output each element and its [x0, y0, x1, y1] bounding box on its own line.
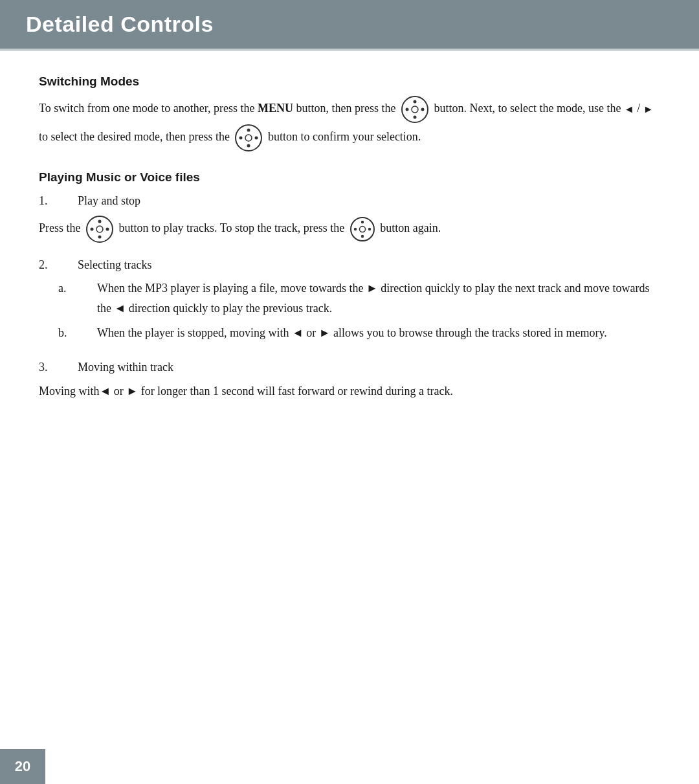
play-stop-text-3: button again. — [380, 221, 441, 234]
svg-point-19 — [359, 226, 365, 232]
playing-music-section: Playing Music or Voice files 1. Play and… — [39, 170, 660, 401]
list-item-3: 3. Moving within track — [39, 357, 660, 377]
switching-modes-title: Switching Modes — [39, 74, 660, 89]
list-item-1: 1. Play and stop — [39, 191, 660, 211]
switching-text-2: button, then press the — [293, 102, 399, 115]
circle-button-icon-3 — [85, 215, 114, 243]
svg-point-7 — [245, 135, 252, 141]
switching-modes-paragraph: To switch from one mode to another, pres… — [39, 95, 660, 152]
item-a-letter: a. — [58, 278, 97, 318]
svg-point-3 — [413, 116, 416, 119]
page-header: Detailed Controls — [0, 0, 699, 49]
list-item-a: a. When the MP3 player is playing a file… — [39, 278, 660, 318]
svg-point-16 — [91, 227, 94, 230]
list-item-b: b. When the player is stopped, moving wi… — [39, 323, 660, 343]
slash-text: / — [637, 102, 643, 115]
circle-button-icon-4 — [350, 216, 375, 242]
page-number-box: 20 — [0, 749, 45, 784]
svg-point-17 — [106, 227, 109, 230]
page-title: Detailed Controls — [26, 12, 673, 37]
item-1-number: 1. — [39, 191, 78, 211]
page-content: Switching Modes To switch from one mode … — [0, 51, 699, 458]
svg-point-21 — [361, 234, 364, 237]
item-2-number: 2. — [39, 255, 78, 275]
right-arrow-1: ► — [643, 100, 654, 118]
svg-point-22 — [354, 227, 357, 230]
svg-point-14 — [98, 219, 102, 223]
switching-text-3: button. Next, to select the mode, use th… — [434, 102, 623, 115]
moving-paragraph: Moving with◄ or ► for longer than 1 seco… — [39, 381, 660, 401]
playing-music-title: Playing Music or Voice files — [39, 170, 660, 185]
switching-text-5: to select the desired mode, then press t… — [39, 130, 232, 143]
svg-point-20 — [361, 220, 364, 223]
switching-modes-section: Switching Modes To switch from one mode … — [39, 74, 660, 152]
item-3-text: Moving within track — [78, 357, 173, 377]
item-1-text: Play and stop — [78, 191, 140, 211]
svg-point-8 — [247, 129, 250, 132]
svg-point-2 — [413, 100, 416, 104]
circle-button-icon-1 — [401, 95, 429, 124]
play-stop-paragraph: Press the button to play tracks. To stop… — [39, 215, 660, 243]
svg-point-23 — [368, 227, 371, 230]
play-stop-text-2: button to play tracks. To stop the track… — [119, 221, 348, 234]
svg-point-9 — [247, 144, 250, 148]
svg-point-13 — [96, 226, 103, 232]
svg-point-15 — [98, 235, 102, 238]
switching-text-1: To switch from one mode to another, pres… — [39, 102, 258, 115]
svg-point-1 — [412, 106, 418, 113]
page-number: 20 — [15, 758, 30, 775]
svg-point-11 — [255, 137, 258, 140]
left-arrow-1: ◄ — [624, 100, 634, 118]
svg-point-4 — [405, 108, 408, 111]
switching-text-6: button to confirm your selection. — [268, 130, 421, 143]
item-b-letter: b. — [58, 323, 97, 343]
list-item-2: 2. Selecting tracks — [39, 255, 660, 275]
play-stop-text-1: Press the — [39, 221, 83, 234]
item-b-text: When the player is stopped, moving with … — [97, 323, 660, 343]
item-3-number: 3. — [39, 357, 78, 377]
svg-point-10 — [239, 137, 243, 140]
menu-label: MENU — [258, 102, 293, 115]
circle-button-icon-2 — [234, 124, 263, 152]
item-2-text: Selecting tracks — [78, 255, 151, 275]
svg-point-5 — [421, 108, 424, 111]
item-a-text: When the MP3 player is playing a file, m… — [97, 278, 660, 318]
